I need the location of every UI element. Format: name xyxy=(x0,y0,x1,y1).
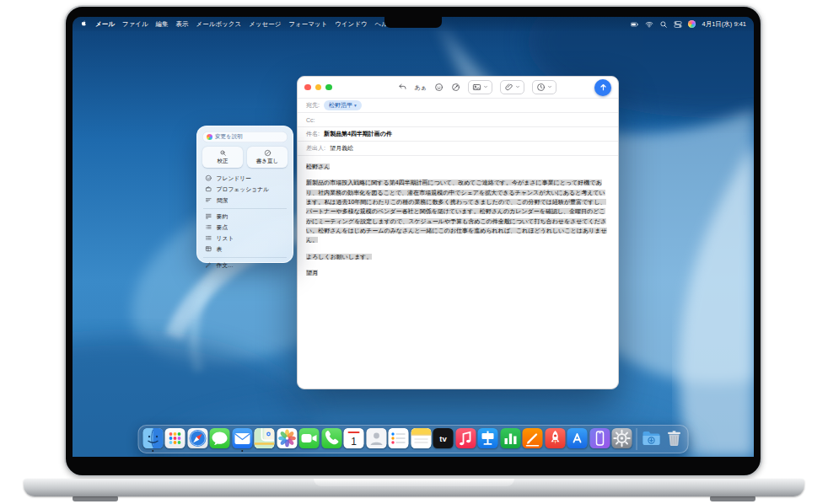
control-center-icon[interactable] xyxy=(674,20,682,29)
proofread-button[interactable]: 校正 xyxy=(202,147,243,168)
system-settings-icon xyxy=(612,428,632,448)
rewrite-button[interactable]: 書き直し xyxy=(247,147,288,168)
running-indicator-dot xyxy=(152,450,154,453)
dock-item-mail[interactable] xyxy=(232,426,253,452)
menu-item-label: 要点 xyxy=(217,223,229,232)
menubar-menu-view[interactable]: 表示 xyxy=(176,20,189,29)
menubar-menu-edit[interactable]: 編集 xyxy=(156,20,169,29)
dock-item-app-store[interactable] xyxy=(567,426,588,452)
menu-divider xyxy=(203,208,287,209)
menubar-menu-window[interactable]: ウインドウ xyxy=(335,20,367,29)
dock-item-safari[interactable] xyxy=(187,426,208,452)
dock-item-maps[interactable] xyxy=(254,426,275,452)
wifi-icon[interactable] xyxy=(645,20,653,29)
dock-item-facetime[interactable] xyxy=(298,426,320,452)
dock-item-rocket-app[interactable] xyxy=(545,426,566,452)
menubar-menu-mail[interactable]: メール xyxy=(95,20,115,29)
tv-icon: tv xyxy=(433,428,454,448)
dock-item-numbers[interactable] xyxy=(500,426,521,452)
siri-icon[interactable] xyxy=(688,20,696,28)
menu-item-label: 表 xyxy=(217,245,223,254)
music-icon xyxy=(455,428,476,448)
close-button[interactable] xyxy=(304,84,311,91)
dock-item-finder[interactable] xyxy=(142,426,164,452)
dock-item-keynote[interactable] xyxy=(477,426,498,452)
undo-icon xyxy=(398,83,407,92)
attach-button[interactable] xyxy=(500,80,524,94)
emoji-button[interactable] xyxy=(434,83,444,92)
dock-item-reminders[interactable] xyxy=(388,426,409,452)
search-icon[interactable] xyxy=(659,20,668,29)
dock-item-calendar[interactable]: 1 xyxy=(343,426,364,452)
send-button[interactable] xyxy=(594,79,611,96)
recipient-name: 松野浩平 xyxy=(329,101,352,110)
phone-icon xyxy=(321,428,341,448)
pages-icon xyxy=(523,428,543,448)
menu-item-key-points[interactable]: 要点 xyxy=(202,222,288,233)
mail-icon xyxy=(232,428,252,448)
menu-bar-clock[interactable]: 4月1日(水) 9:41 xyxy=(702,20,746,29)
body-paragraph: 望月 xyxy=(306,268,610,277)
menu-item-table[interactable]: 表 xyxy=(202,244,288,255)
recipient-pill[interactable]: 松野浩平▾ xyxy=(324,100,362,110)
menubar-menu-file[interactable]: ファイル xyxy=(122,20,148,29)
compose-icon xyxy=(205,261,212,269)
status-icons xyxy=(631,20,696,29)
zoom-button[interactable] xyxy=(325,84,332,91)
minimize-button[interactable] xyxy=(315,84,322,91)
apple-intelligence-icon xyxy=(207,134,212,140)
dock-item-contacts[interactable] xyxy=(366,426,387,452)
dock-item-system-settings[interactable] xyxy=(611,426,632,452)
dock-item-messages[interactable] xyxy=(209,426,230,452)
menu-item-label: 簡潔 xyxy=(217,196,229,205)
menu-item-list[interactable]: リスト xyxy=(202,233,288,244)
photo-browser-button[interactable] xyxy=(468,80,492,94)
menu-bar-menus: メールファイル編集表示メールボックスメッセージフォーマットウインドウヘルプ xyxy=(95,20,395,29)
menubar-menu-mailbox[interactable]: メールボックス xyxy=(196,20,242,29)
field-label-subject: 件名: xyxy=(306,130,320,138)
facetime-icon xyxy=(299,428,320,448)
undo-button[interactable] xyxy=(398,83,407,92)
dock-item-iphone-mirroring[interactable] xyxy=(589,426,610,452)
writing-tools-popup: 変更を説明 校正書き直し フレンドリープロフェッショナル簡潔要約要点リスト表作文… xyxy=(196,126,293,263)
format-button[interactable]: あぁ xyxy=(415,83,427,92)
chevron-down-icon: ▾ xyxy=(354,103,357,108)
field-row-subject: 件名:新製品第4四半期計画の件 xyxy=(298,127,618,142)
menu-item-concise[interactable]: 簡潔 xyxy=(202,195,288,206)
photos-icon xyxy=(277,428,297,448)
describe-change-input[interactable]: 変更を説明 xyxy=(202,131,288,142)
selected-text: 松野さん xyxy=(306,164,330,169)
trash-icon xyxy=(664,428,684,448)
menu-item-compose[interactable]: 作文… xyxy=(202,260,288,271)
field-value-from[interactable]: 望月義絵 xyxy=(330,144,353,153)
macbook-foot-left xyxy=(73,496,118,501)
maps-icon xyxy=(255,428,275,448)
dock-item-photos[interactable] xyxy=(277,426,298,452)
dock-item-phone[interactable] xyxy=(321,426,342,452)
dock-item-downloads[interactable] xyxy=(641,426,662,452)
stage: メールファイル編集表示メールボックスメッセージフォーマットウインドウヘルプ 4月… xyxy=(0,0,828,504)
menu-item-professional[interactable]: プロフェッショナル xyxy=(202,184,288,195)
body-paragraph: よろしくお願いします。 xyxy=(306,252,610,261)
battery-icon[interactable] xyxy=(631,20,639,29)
dock-item-trash[interactable] xyxy=(664,426,685,452)
dock-item-tv[interactable]: tv xyxy=(433,426,454,452)
menu-item-summary[interactable]: 要約 xyxy=(202,211,288,222)
message-body[interactable]: 松野さん新製品の市場投入戦略に関する第4四半期計画について、改めてご連絡です。今… xyxy=(298,156,618,389)
professional-icon xyxy=(205,185,212,193)
dock-item-music[interactable] xyxy=(455,426,476,452)
field-row-from: 差出人:望月義絵 xyxy=(298,142,618,156)
menubar-menu-format[interactable]: フォーマット xyxy=(288,20,327,29)
field-value-subject[interactable]: 新製品第4四半期計画の件 xyxy=(324,130,392,138)
svg-text:tv: tv xyxy=(439,434,447,443)
dock-divider xyxy=(637,428,637,450)
writing-tools-button[interactable] xyxy=(451,83,460,92)
apple-menu-icon[interactable] xyxy=(80,19,88,29)
camera-notch xyxy=(384,17,442,28)
menubar-menu-message[interactable]: メッセージ xyxy=(249,20,281,29)
dock-item-launchpad[interactable] xyxy=(164,426,185,452)
dock-item-notes[interactable] xyxy=(411,426,432,452)
send-later-button[interactable] xyxy=(532,80,556,94)
menu-item-friendly[interactable]: フレンドリー xyxy=(202,173,288,184)
dock-item-pages[interactable] xyxy=(522,426,543,452)
